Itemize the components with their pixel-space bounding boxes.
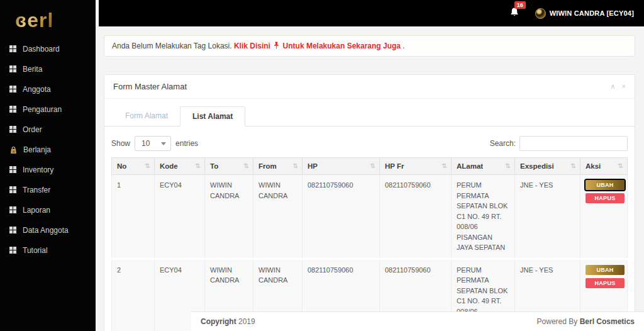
- table-wrap: No⇅ Kode⇅ To⇅ From⇅ HP⇅ HP Fr⇅ ALamat⇅ E…: [104, 157, 635, 331]
- panel-title: Form Master Alamat: [113, 82, 187, 91]
- sidebar-item-label: Inventory: [23, 166, 53, 174]
- alert-text: Anda Belum Melakukan Tag Lokasi.: [112, 42, 232, 50]
- sort-icon: ⇅: [618, 162, 623, 169]
- column-header-from[interactable]: From⇅: [253, 158, 303, 175]
- sidebar-item-anggota[interactable]: Anggota: [0, 79, 96, 99]
- brand-logo-text: erl: [27, 9, 53, 31]
- cell-no: 1: [112, 175, 155, 259]
- brand-logo[interactable]: ɞerl: [0, 0, 96, 39]
- close-icon[interactable]: ×: [622, 82, 626, 91]
- tab-bar: Form Alamat List Alamat: [104, 99, 635, 126]
- sidebar-item-label: Tutorial: [23, 246, 48, 255]
- notification-count-badge: 16: [514, 1, 526, 9]
- table-header-row: No⇅ Kode⇅ To⇅ From⇅ HP⇅ HP Fr⇅ ALamat⇅ E…: [112, 158, 628, 175]
- alamat-table: No⇅ Kode⇅ To⇅ From⇅ HP⇅ HP Fr⇅ ALamat⇅ E…: [111, 157, 628, 331]
- grid-icon: [9, 65, 17, 73]
- sidebar-item-dashboard[interactable]: Dashboard: [0, 39, 96, 59]
- hapus-button[interactable]: HAPUS: [586, 278, 625, 288]
- powered-by-text: Powered By Berl Cosmetics: [537, 317, 635, 326]
- cell-no: 2: [112, 259, 155, 331]
- ubah-button[interactable]: UBAH: [586, 265, 625, 275]
- cell-from: WIWIN CANDRA: [253, 175, 303, 259]
- grid-icon: [9, 106, 17, 113]
- entries-label: entries: [175, 139, 198, 148]
- cell-aksi: UBAH HAPUS: [580, 175, 628, 259]
- sort-icon: ⇅: [370, 162, 375, 169]
- sidebar-item-label: Data Anggota: [23, 226, 69, 235]
- search-input[interactable]: [519, 136, 628, 151]
- sidebar-item-data-anggota[interactable]: Data Anggota: [0, 220, 96, 240]
- grid-icon: [9, 126, 17, 133]
- alert-link-part1[interactable]: Klik Disini: [234, 42, 270, 50]
- brand-logo-mark: ɞ: [15, 9, 27, 31]
- column-header-alamat[interactable]: ALamat⇅: [452, 158, 515, 175]
- column-header-exspedisi[interactable]: Exspedisi⇅: [515, 158, 580, 175]
- sidebar-item-label: Dashboard: [23, 45, 60, 53]
- cell-exspedisi: JNE - YES: [515, 175, 580, 259]
- grid-icon: [9, 227, 17, 234]
- column-header-aksi[interactable]: Aksi⇅: [580, 158, 628, 175]
- user-name: WIWIN CANDRA [ECY04]: [550, 9, 634, 17]
- alert-suffix: .: [402, 42, 404, 50]
- column-header-hp[interactable]: HP⇅: [303, 158, 380, 175]
- sidebar-item-label: Pengaturan: [23, 105, 62, 114]
- copyright-text: Copyright 2019: [201, 317, 255, 326]
- tab-list-alamat[interactable]: List Alamat: [180, 106, 245, 126]
- sidebar-item-inventory[interactable]: Inventory: [0, 160, 96, 180]
- sort-icon: ⇅: [571, 162, 576, 169]
- panel-header: Form Master Alamat ∧ ×: [104, 75, 635, 99]
- location-tag-alert: Anda Belum Melakukan Tag Lokasi. Klik Di…: [104, 35, 635, 57]
- collapse-icon[interactable]: ∧: [611, 82, 616, 91]
- sidebar-item-pengaturan[interactable]: Pengaturan: [0, 99, 96, 120]
- sort-icon: ⇅: [506, 162, 511, 169]
- shopping-bag-icon: [9, 146, 18, 154]
- cell-hp-fr: 082110759060: [380, 175, 452, 259]
- sidebar-item-label: Anggota: [23, 85, 51, 94]
- sidebar-item-tutorial[interactable]: Tutorial: [0, 240, 96, 261]
- page-length-select[interactable]: 10: [135, 136, 171, 151]
- search-label: Search:: [490, 139, 516, 148]
- sidebar-item-order[interactable]: Order: [0, 120, 96, 140]
- sort-icon: ⇅: [244, 162, 249, 169]
- sidebar-item-label: Laporan: [23, 206, 50, 215]
- column-header-to[interactable]: To⇅: [205, 158, 253, 175]
- grid-icon: [9, 247, 17, 254]
- grid-icon: [9, 86, 17, 93]
- page-length-value: 10: [142, 139, 150, 148]
- sidebar-item-laporan[interactable]: Laporan: [0, 200, 96, 220]
- sort-icon: ⇅: [442, 162, 447, 169]
- grid-icon: [9, 186, 17, 194]
- cell-to: WIWIN CANDRA: [205, 175, 253, 259]
- sort-icon: ⇅: [196, 162, 201, 169]
- cell-hp: 082110759060: [303, 175, 380, 259]
- column-header-no[interactable]: No⇅: [112, 158, 155, 175]
- sort-icon: ⇅: [145, 162, 150, 169]
- user-menu[interactable]: WIWIN CANDRA [ECY04]: [535, 8, 634, 19]
- ubah-button[interactable]: UBAH: [586, 180, 625, 190]
- form-master-alamat-panel: Form Master Alamat ∧ × Form Alamat List …: [104, 74, 635, 331]
- sidebar: ɞerl Dashboard Berita Anggota Pengaturan…: [0, 0, 96, 331]
- notifications-button[interactable]: 16: [510, 7, 519, 20]
- brand-avatar-icon: [535, 8, 546, 19]
- sidebar-item-berita[interactable]: Berita: [0, 59, 96, 79]
- sidebar-item-label: Berita: [23, 65, 42, 74]
- grid-icon: [9, 206, 17, 214]
- column-header-kode[interactable]: Kode⇅: [155, 158, 205, 175]
- footer: Copyright 2019 Powered By Berl Cosmetics: [191, 311, 644, 331]
- topbar: 16 WIWIN CANDRA [ECY04]: [99, 0, 644, 26]
- sort-icon: ⇅: [293, 162, 298, 169]
- sidebar-item-label: Transfer: [23, 186, 50, 194]
- sidebar-item-berlanja[interactable]: Berlanja: [0, 140, 96, 160]
- show-label: Show: [111, 139, 130, 148]
- sidebar-item-transfer[interactable]: Transfer: [0, 180, 96, 200]
- column-header-hp-fr[interactable]: HP Fr⇅: [380, 158, 452, 175]
- hapus-button[interactable]: HAPUS: [586, 193, 625, 203]
- sidebar-item-label: Order: [23, 125, 42, 134]
- alert-link-part2[interactable]: Untuk Melakukan Sekarang Juga: [283, 42, 401, 50]
- grid-icon: [9, 45, 17, 53]
- sidebar-item-label: Berlanja: [23, 145, 51, 154]
- table-controls: Show 10 entries Search:: [104, 126, 635, 157]
- pin-icon: [274, 42, 279, 49]
- tab-form-alamat[interactable]: Form Alamat: [113, 106, 180, 126]
- grid-icon: [9, 166, 17, 174]
